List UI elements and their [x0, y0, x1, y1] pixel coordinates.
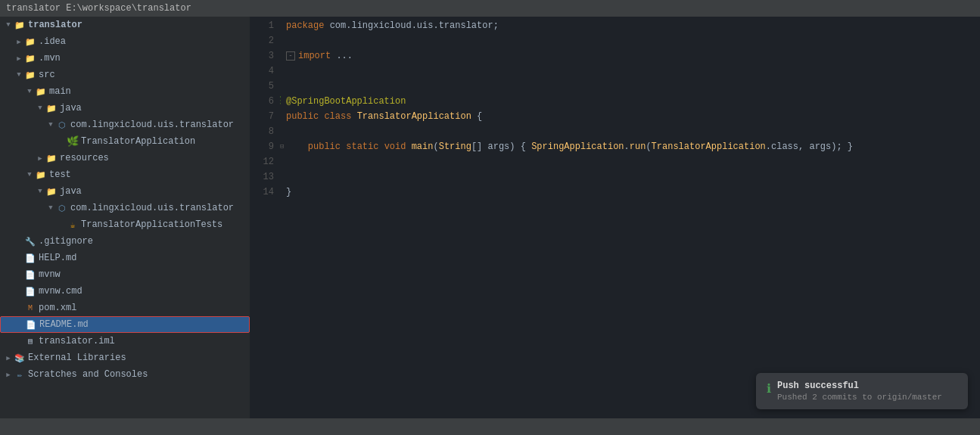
sidebar-item-translatoriml[interactable]: ▤ translator.iml	[0, 333, 250, 350]
code-line-7: 🌿 public class TranslatorApplication {	[286, 109, 980, 124]
fold-gutter-icon: ⊟	[280, 139, 284, 154]
code-line-10	[286, 154, 980, 169]
sidebar-item-main[interactable]: 📁 main	[0, 83, 250, 100]
code-line-6: 🌿 @SpringBootApplication	[286, 94, 980, 109]
sidebar-item-java-test[interactable]: 📁 java	[0, 183, 250, 200]
notification-subtitle: Pushed 2 commits to origin/master	[777, 393, 957, 402]
editor-area: 1 2 3 4 5 6 7 8 9 12 13 14 package com.l…	[250, 17, 980, 418]
arrow-mvn	[14, 53, 24, 64]
arrow-resources	[35, 153, 45, 163]
sidebar-item-translator-app[interactable]: 🌿 TranslatorApplication	[0, 133, 250, 150]
notification-icon: ℹ	[767, 381, 771, 396]
code-line-5	[286, 79, 980, 94]
cmd-icon-mvnwcmd: 📄	[24, 285, 36, 297]
folder-icon-test: 📁	[35, 169, 47, 181]
sidebar-item-pkg-main[interactable]: ⬡ com.lingxicloud.uis.translator	[0, 117, 250, 133]
sidebar-item-src[interactable]: 📁 src	[0, 67, 250, 83]
bottom-bar	[0, 418, 980, 435]
folder-icon-main: 📁	[35, 85, 47, 98]
sidebar-label-java: java	[60, 103, 82, 113]
folder-icon-resources: 📁	[45, 152, 58, 164]
folder-icon-root: 📁	[14, 19, 26, 31]
iml-icon: ▤	[24, 335, 36, 347]
code-line-1: package com.lingxicloud.uis.translator;	[286, 18, 980, 33]
java-icon-tests: ☕	[67, 219, 79, 231]
folder-icon-java-test: 📁	[45, 185, 58, 197]
code-editor[interactable]: package com.lingxicloud.uis.translator; …	[280, 17, 980, 418]
sidebar-item-translator-tests[interactable]: ☕ TranslatorApplicationTests	[0, 216, 250, 233]
sidebar[interactable]: 📁 translator 📁 .idea 📁 .mvn 📁 src 📁 main	[0, 17, 250, 418]
lib-icon: 📚	[14, 352, 26, 364]
sidebar-item-gitignore[interactable]: 🔧 .gitignore	[0, 233, 250, 250]
folder-icon-java: 📁	[45, 102, 58, 114]
sidebar-label-pkg-main: com.lingxicloud.uis.translator	[70, 120, 234, 130]
arrow-scratches	[3, 369, 14, 380]
sidebar-label-mvnw: mvnw	[39, 269, 61, 280]
sidebar-label-pomxml: pom.xml	[39, 303, 76, 313]
code-line-3: - import ...	[286, 48, 980, 64]
md-icon-help: 📄	[24, 252, 36, 264]
sidebar-item-extlibs[interactable]: 📚 External Libraries	[0, 350, 250, 366]
sidebar-label-idea: .idea	[39, 36, 66, 47]
spring-gutter-icon: 🌿	[280, 94, 282, 109]
line-numbers: 1 2 3 4 5 6 7 8 9 12 13 14	[250, 17, 280, 418]
folder-icon-idea: 📁	[24, 36, 36, 48]
sidebar-item-scratches[interactable]: ✏️ Scratches and Consoles	[0, 366, 250, 383]
sidebar-label-java-test: java	[60, 186, 82, 197]
sidebar-label-scratches: Scratches and Consoles	[28, 369, 148, 380]
sidebar-label-src: src	[39, 70, 55, 80]
arrow-src	[14, 70, 24, 80]
sidebar-item-idea[interactable]: 📁 .idea	[0, 33, 250, 50]
sidebar-item-root[interactable]: 📁 translator	[0, 17, 250, 33]
folder-icon-mvn: 📁	[24, 52, 36, 64]
sidebar-label-gitignore: .gitignore	[39, 236, 93, 247]
arrow-test	[24, 169, 35, 180]
sidebar-item-mvn[interactable]: 📁 .mvn	[0, 50, 250, 67]
sidebar-label-mvn: .mvn	[39, 53, 61, 64]
folder-icon-src: 📁	[24, 69, 36, 81]
notification-body: Push successful Pushed 2 commits to orig…	[777, 381, 957, 402]
sidebar-item-test[interactable]: 📁 test	[0, 166, 250, 183]
arrow-root	[3, 20, 14, 30]
code-line-8	[286, 124, 980, 139]
code-line-4	[286, 64, 980, 79]
sidebar-label-readme: README.md	[39, 319, 89, 330]
code-line-9: ▶ ⊟ public static void main(String[] arg…	[286, 139, 980, 154]
sidebar-item-mvnwcmd[interactable]: 📄 mvnw.cmd	[0, 283, 250, 300]
arrow-extlibs	[3, 353, 14, 363]
arrow-java	[35, 103, 45, 113]
sidebar-item-mvnw[interactable]: 📄 mvnw	[0, 266, 250, 283]
code-line-14	[286, 215, 980, 230]
sidebar-item-resources[interactable]: 📁 resources	[0, 150, 250, 166]
sidebar-item-readme[interactable]: 📄 README.md	[0, 316, 250, 333]
arrow-idea	[14, 36, 24, 47]
code-line-12: }	[286, 185, 980, 200]
scratch-icon: ✏️	[14, 368, 26, 381]
code-line-11	[286, 169, 980, 185]
sidebar-label-resources: resources	[60, 153, 109, 163]
sidebar-label-main: main	[49, 86, 71, 97]
title-bar: translator E:\workspace\translator	[0, 0, 980, 17]
sidebar-item-java[interactable]: 📁 java	[0, 100, 250, 117]
editor-content: 1 2 3 4 5 6 7 8 9 12 13 14 package com.l…	[250, 17, 980, 418]
collapse-btn-3[interactable]: -	[286, 51, 295, 61]
sidebar-label-root: translator	[28, 20, 82, 30]
main-area: 📁 translator 📁 .idea 📁 .mvn 📁 src 📁 main	[0, 17, 980, 418]
notification-toast[interactable]: ℹ Push successful Pushed 2 commits to or…	[756, 373, 968, 409]
sidebar-label-test: test	[49, 169, 71, 180]
sidebar-label-help: HELP.md	[39, 253, 76, 263]
code-line-13	[286, 200, 980, 215]
sidebar-label-mvnwcmd: mvnw.cmd	[39, 286, 82, 297]
xml-icon-pom: M	[24, 302, 36, 314]
sidebar-item-help[interactable]: 📄 HELP.md	[0, 250, 250, 266]
pkg-icon-main: ⬡	[56, 119, 68, 131]
arrow-pkg-test	[45, 203, 56, 213]
arrow-java-test	[35, 186, 45, 197]
md-icon-readme: 📄	[25, 318, 37, 331]
sh-icon-mvnw: 📄	[24, 269, 36, 281]
sidebar-item-pkg-test[interactable]: ⬡ com.lingxicloud.uis.translator	[0, 200, 250, 216]
arrow-pkg-main	[45, 120, 56, 130]
spring-icon: 🌿	[67, 135, 79, 148]
title-bar-text: translator E:\workspace\translator	[6, 3, 191, 14]
sidebar-item-pomxml[interactable]: M pom.xml	[0, 300, 250, 316]
